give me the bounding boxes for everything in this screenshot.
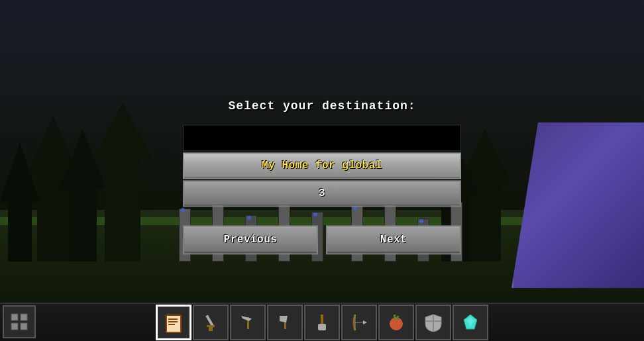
svg-rect-8 <box>168 324 175 325</box>
book-icon <box>162 311 186 334</box>
svg-rect-7 <box>168 321 178 322</box>
hotbar-slot-3[interactable] <box>267 305 303 340</box>
svg-rect-3 <box>21 323 27 330</box>
hotbar-slot-1[interactable] <box>193 305 229 340</box>
svg-point-21 <box>390 317 403 330</box>
hotbar <box>0 303 644 341</box>
svg-rect-6 <box>168 318 178 320</box>
bow-icon <box>347 311 371 334</box>
svg-rect-17 <box>318 324 326 330</box>
svg-rect-0 <box>11 314 18 320</box>
hotbar-slot-7[interactable] <box>415 305 451 340</box>
hotbar-slot-4[interactable] <box>304 305 340 340</box>
svg-marker-13 <box>241 316 252 321</box>
pickaxe-icon <box>236 311 260 334</box>
list-item-3[interactable]: 3 <box>183 180 461 207</box>
svg-rect-10 <box>207 325 215 327</box>
svg-rect-2 <box>21 314 27 320</box>
inventory-icon <box>9 312 29 332</box>
food-icon <box>384 311 408 334</box>
svg-marker-20 <box>363 320 367 324</box>
shield-icon <box>421 311 445 334</box>
list-item-3-label: 3 <box>319 187 325 199</box>
gem-icon <box>458 311 482 334</box>
list-item-home-label: My Home for global <box>262 160 382 171</box>
destination-list: My Home for global 3 <box>183 124 461 207</box>
svg-rect-23 <box>397 316 399 320</box>
previous-button[interactable]: Previous <box>183 225 318 254</box>
navigation-buttons: Previous Next <box>183 225 461 254</box>
shovel-icon <box>310 311 334 334</box>
svg-marker-15 <box>280 316 288 322</box>
axe-icon <box>273 311 297 334</box>
hotbar-slot-0[interactable] <box>156 305 191 340</box>
svg-rect-11 <box>209 327 213 331</box>
svg-rect-1 <box>11 323 18 330</box>
hotbar-slot-6[interactable] <box>378 305 414 340</box>
svg-rect-22 <box>394 315 396 320</box>
list-item-home[interactable]: My Home for global <box>183 152 461 179</box>
dialog-title: Select your destination: <box>228 99 415 113</box>
hotbar-slot-5[interactable] <box>341 305 377 340</box>
inventory-button[interactable] <box>3 305 36 338</box>
list-item-empty[interactable] <box>183 124 461 151</box>
next-button[interactable]: Next <box>326 225 461 254</box>
sword-icon <box>199 311 223 334</box>
dialog-container: Select your destination: My Home for glo… <box>183 99 461 254</box>
svg-rect-16 <box>321 315 323 325</box>
hotbar-slot-2[interactable] <box>230 305 266 340</box>
hotbar-slot-8[interactable] <box>453 305 488 340</box>
